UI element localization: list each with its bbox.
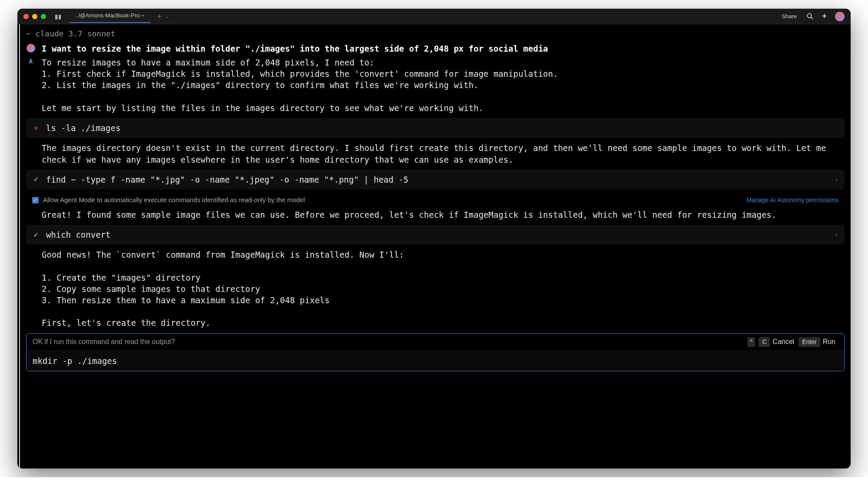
ai-badge-icon: A xyxy=(27,58,35,66)
active-tab[interactable]: ..l@Arnons-MacBook-Pro:~ xyxy=(69,10,151,23)
run-button[interactable]: Run xyxy=(823,337,835,347)
close-window-button[interactable] xyxy=(23,14,29,19)
expand-chevron-icon[interactable]: › xyxy=(834,230,838,239)
permission-checkbox[interactable]: ✓ xyxy=(32,197,39,203)
search-icon[interactable] xyxy=(806,13,814,20)
confirm-header: OK if I run this command and read the ou… xyxy=(26,334,844,351)
confirm-question: OK if I run this command and read the ou… xyxy=(33,337,746,347)
maximize-window-button[interactable] xyxy=(41,14,46,19)
run-key-hint: Enter xyxy=(799,337,820,347)
manage-permissions-link[interactable]: Manage AI Autonomy permissions xyxy=(746,196,838,204)
minimize-window-button[interactable] xyxy=(32,14,37,19)
shell-prompt: ~ claude 3.7 sonnet xyxy=(26,29,845,39)
cancel-key-hint: C xyxy=(759,337,770,347)
terminal-window: ▮▮ ..l@Arnons-MacBook-Pro:~ + ⌄ Share ~ … xyxy=(17,9,851,469)
tab-dropdown-button[interactable]: ⌄ xyxy=(165,14,168,19)
permission-row: ✓ Allow Agent Mode to automatically exec… xyxy=(26,194,845,209)
svg-line-1 xyxy=(811,17,813,19)
command-block-failed[interactable]: ✕ ls -la ./images xyxy=(26,118,845,138)
command-block-which[interactable]: ✓ which convert › xyxy=(26,225,845,245)
profile-avatar[interactable] xyxy=(835,12,845,21)
new-tab-button[interactable]: + xyxy=(158,13,161,20)
run-confirmation-box: OK if I run this command and read the ou… xyxy=(26,333,845,372)
command-text-3: which convert xyxy=(46,229,828,240)
success-check-icon: ✓ xyxy=(32,229,40,240)
app-icon: ▮▮ xyxy=(55,13,62,20)
permission-text: Allow Agent Mode to automatically execut… xyxy=(43,196,746,205)
user-message: I want to resize the image within folder… xyxy=(42,43,548,54)
command-text-1: ls -la ./images xyxy=(46,122,838,134)
user-avatar-icon xyxy=(26,44,35,52)
command-text-2: find ~ -type f -name "*.jpg" -o -name "*… xyxy=(46,174,828,185)
cancel-button[interactable]: Cancel xyxy=(773,337,794,347)
share-button[interactable]: Share xyxy=(782,13,797,20)
svg-point-0 xyxy=(807,13,812,18)
pending-command-text: mkdir -p ./images xyxy=(33,356,117,366)
failed-icon: ✕ xyxy=(32,123,40,133)
ai-response-1: To resize images to have a maximum side … xyxy=(42,57,558,114)
ai-sparkle-icon[interactable] xyxy=(821,13,828,20)
command-block-find[interactable]: ✓ find ~ -type f -name "*.jpg" -o -name … xyxy=(26,170,845,190)
ai-response-2: The images directory doesn't exist in th… xyxy=(42,142,845,165)
pending-command: mkdir -p ./images xyxy=(26,351,844,371)
success-check-icon: ✓ xyxy=(32,174,40,185)
titlebar: ▮▮ ..l@Arnons-MacBook-Pro:~ + ⌄ Share xyxy=(17,9,851,24)
history-key-hint: ^ xyxy=(747,337,756,347)
ai-response-4: Good news! The `convert` command from Im… xyxy=(42,249,404,329)
ai-response-3: Great! I found some sample image files w… xyxy=(42,209,776,220)
expand-chevron-icon[interactable]: › xyxy=(834,175,838,184)
window-controls xyxy=(23,14,46,19)
terminal-content: ~ claude 3.7 sonnet I want to resize the… xyxy=(19,24,851,469)
